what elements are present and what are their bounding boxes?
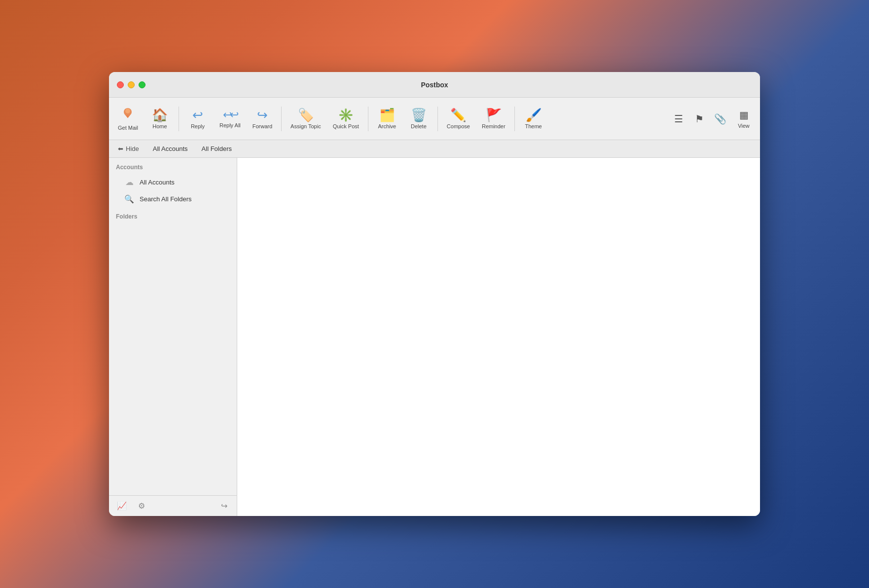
compose-button[interactable]: ✏️ Compose (442, 106, 475, 132)
minimize-button[interactable] (128, 81, 135, 88)
assign-topic-label: Assign Topic (290, 123, 321, 129)
view-label: View (738, 123, 750, 129)
sep1 (179, 107, 179, 131)
reminder-icon: 🚩 (486, 109, 502, 121)
compose-label: Compose (447, 123, 470, 129)
hide-label: Hide (126, 145, 139, 152)
sidebar-bottom: 📈 ⚙ ↪ (109, 495, 237, 516)
window-title: Postbox (421, 81, 448, 89)
search-all-label: Search All Folders (140, 195, 192, 203)
activity-icon: 📈 (117, 501, 127, 511)
quick-post-button[interactable]: ✳️ Quick Post (328, 106, 364, 132)
maximize-button[interactable] (139, 81, 145, 88)
quick-post-label: Quick Post (333, 123, 359, 129)
reply-all-icon: ↩↩ (223, 110, 237, 120)
assign-topic-icon: 🏷️ (298, 109, 314, 121)
sep3 (368, 107, 368, 131)
theme-icon: 🖌️ (526, 109, 542, 121)
reply-all-button[interactable]: ↩↩ Reply All (215, 107, 246, 131)
all-folders-link[interactable]: All Folders (199, 144, 235, 154)
toolbar: Get Mail 🏠 Home ↩ Reply ↩↩ Reply All ↪ F… (109, 98, 760, 140)
reply-button[interactable]: ↩ Reply (183, 106, 213, 132)
settings-button[interactable]: ⚙ (134, 498, 149, 514)
cloud-icon: ☁ (124, 177, 135, 187)
theme-button[interactable]: 🖌️ Theme (519, 106, 548, 132)
compose-icon: ✏️ (450, 109, 466, 121)
reminder-label: Reminder (482, 123, 506, 129)
forward-label: Forward (253, 123, 272, 129)
get-mail-icon (121, 107, 135, 123)
forward-icon: ↪ (257, 109, 268, 121)
close-button[interactable] (117, 81, 124, 88)
titlebar: Postbox (109, 72, 760, 98)
sep5 (514, 107, 515, 131)
get-mail-button[interactable]: Get Mail (113, 104, 143, 134)
settings-icon: ⚙ (138, 501, 145, 511)
theme-label: Theme (525, 123, 542, 129)
app-window: Postbox Get Mail 🏠 Home ↩ Reply (109, 72, 760, 516)
subtoolbar: ⬅ Hide All Accounts All Folders (109, 140, 760, 158)
flag-icon: ⚑ (695, 113, 704, 125)
toolbar-right: ☰ ⚑ 📎 ▦ View (669, 107, 756, 131)
sidebar-item-search-all[interactable]: 🔍 Search All Folders (112, 191, 234, 207)
sidebar: Accounts ☁ All Accounts 🔍 Search All Fol… (109, 158, 237, 516)
assign-topic-button[interactable]: 🏷️ Assign Topic (286, 106, 326, 132)
sep4 (437, 107, 438, 131)
all-accounts-link[interactable]: All Accounts (150, 144, 191, 154)
quick-post-icon: ✳️ (338, 109, 354, 121)
reminder-button[interactable]: 🚩 Reminder (477, 106, 510, 132)
content-panel (237, 158, 760, 516)
activity-button[interactable]: 📈 (114, 498, 130, 514)
delete-button[interactable]: 🗑️ Delete (404, 106, 434, 132)
hide-button[interactable]: ⬅ Hide (115, 144, 142, 154)
archive-icon: 🗂️ (379, 109, 395, 121)
hide-arrow-icon: ⬅ (118, 145, 123, 152)
reply-label: Reply (191, 123, 205, 129)
main-content: Accounts ☁ All Accounts 🔍 Search All Fol… (109, 158, 760, 516)
flag-button[interactable]: ⚑ (690, 110, 709, 128)
accounts-section-label: Accounts (109, 158, 237, 174)
home-icon: 🏠 (152, 109, 168, 121)
home-label: Home (152, 123, 167, 129)
archive-button[interactable]: 🗂️ Archive (372, 106, 402, 132)
home-button[interactable]: 🏠 Home (145, 106, 175, 132)
view-button[interactable]: ▦ View (731, 107, 756, 131)
signout-icon: ↪ (221, 501, 227, 511)
reply-all-label: Reply All (219, 122, 241, 128)
search-icon: 🔍 (124, 194, 135, 204)
view-icon: ▦ (739, 109, 749, 121)
forward-button[interactable]: ↪ Forward (248, 106, 277, 132)
attachment-button[interactable]: 📎 (711, 110, 729, 128)
archive-label: Archive (378, 123, 397, 129)
all-accounts-label: All Accounts (140, 179, 175, 186)
signout-button[interactable]: ↪ (216, 498, 232, 514)
delete-label: Delete (411, 123, 427, 129)
delete-icon: 🗑️ (411, 109, 427, 121)
window-controls (117, 81, 145, 88)
reply-icon: ↩ (192, 109, 203, 121)
folders-section-label: Folders (109, 207, 237, 223)
sidebar-item-all-accounts[interactable]: ☁ All Accounts (112, 174, 234, 190)
attachment-icon: 📎 (714, 113, 726, 125)
get-mail-label: Get Mail (118, 125, 138, 131)
menu-button[interactable]: ☰ (669, 110, 688, 128)
menu-icon: ☰ (674, 113, 683, 125)
svg-point-1 (125, 109, 130, 113)
sep2 (281, 107, 282, 131)
